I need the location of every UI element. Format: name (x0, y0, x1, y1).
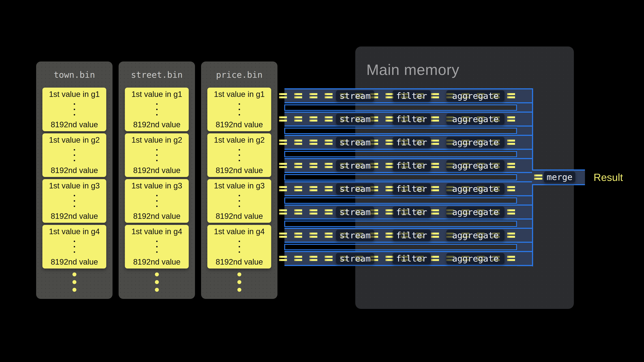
vertical-ellipsis-icon (74, 103, 75, 115)
diagram-canvas: Main memory merge Result town.bin 1st va… (0, 0, 644, 362)
pipeline-connector (284, 244, 517, 250)
vertical-ellipsis-icon (239, 195, 240, 207)
pipeline-row: stream filter aggregate (284, 135, 533, 150)
pipeline-connector (284, 104, 517, 111)
group-last-label: 8192nd value (133, 258, 180, 266)
ellipsis-dot (239, 251, 240, 253)
file-title: price.bin (201, 70, 278, 80)
op-aggregate: aggregate (446, 90, 504, 101)
group-first-label: 1st value in g4 (214, 227, 265, 236)
ellipsis-dot (239, 149, 240, 150)
ellipsis-dot (156, 246, 158, 247)
pipeline-row: stream filter aggregate (284, 251, 533, 266)
group-last-label: 8192nd value (133, 166, 180, 174)
group-first-label: 1st value in g3 (214, 182, 265, 190)
group-box: 1st value in g2 8192nd value (125, 133, 189, 177)
pipeline-connector (284, 174, 517, 181)
ellipsis-dot (156, 241, 158, 242)
ellipsis-dot (74, 114, 75, 115)
ellipsis-dot (74, 109, 75, 110)
ellipsis-dot (72, 280, 76, 284)
file-card-street: street.bin 1st value in g1 8192nd value … (118, 61, 195, 299)
vertical-ellipsis-icon (74, 195, 75, 207)
op-filter: filter (392, 160, 431, 171)
pipeline-row: stream filter aggregate (284, 158, 533, 173)
group-box: 1st value in g4 8192nd value (207, 225, 271, 269)
ellipsis-dot (239, 246, 240, 247)
ellipsis-dot (155, 288, 159, 292)
group-box: 1st value in g1 8192nd value (125, 88, 189, 131)
op-stream: stream (336, 230, 374, 241)
ellipsis-dot (72, 288, 76, 292)
ellipsis-dot (239, 109, 240, 110)
pipeline-connector (284, 197, 517, 204)
op-stream: stream (336, 183, 374, 194)
ellipsis-dot (74, 241, 75, 242)
file-card-price: price.bin 1st value in g1 8192nd value 1… (201, 61, 278, 299)
group-last-label: 8192nd value (216, 212, 263, 220)
ellipsis-dot (239, 200, 240, 202)
vertical-ellipsis-icon (156, 195, 158, 207)
group-last-label: 8192nd value (133, 120, 180, 129)
group-box: 1st value in g2 8192nd value (207, 133, 271, 177)
ellipsis-dot (156, 154, 158, 156)
pipeline-row: stream filter aggregate (284, 88, 533, 103)
op-stream: stream (336, 113, 374, 125)
group-box: 1st value in g3 8192nd value (42, 179, 106, 223)
ellipsis-dot (156, 200, 158, 202)
data-stream-icon (534, 174, 542, 176)
result-label: Result (594, 169, 623, 185)
group-last-label: 8192nd value (216, 120, 263, 129)
group-first-label: 1st value in g3 (49, 182, 100, 190)
more-groups-ellipsis-icon (36, 273, 112, 292)
ellipsis-dot (155, 273, 159, 276)
op-stream: stream (336, 253, 374, 264)
ellipsis-dot (74, 251, 75, 253)
vertical-ellipsis-icon (239, 149, 240, 161)
ellipsis-dot (74, 149, 75, 150)
ellipsis-dot (239, 195, 240, 196)
ellipsis-dot (155, 280, 159, 284)
ellipsis-dot (239, 103, 240, 105)
merge-band: merge (532, 169, 585, 185)
op-filter: filter (392, 230, 431, 241)
pipeline-connector (284, 151, 517, 157)
vertical-ellipsis-icon (156, 241, 158, 253)
group-last-label: 8192nd value (51, 258, 98, 266)
file-card-town: town.bin 1st value in g1 8192nd value 1s… (36, 61, 112, 299)
ellipsis-dot (156, 149, 158, 150)
op-filter: filter (392, 206, 431, 218)
group-first-label: 1st value in g3 (132, 182, 182, 190)
ellipsis-dot (74, 206, 75, 207)
vertical-ellipsis-icon (74, 241, 75, 253)
group-box: 1st value in g4 8192nd value (125, 225, 189, 269)
vertical-ellipsis-icon (156, 149, 158, 161)
ellipsis-dot (238, 273, 241, 276)
op-aggregate: aggregate (446, 160, 504, 171)
group-box: 1st value in g3 8192nd value (207, 179, 271, 223)
op-stream: stream (336, 137, 374, 148)
group-first-label: 1st value in g1 (214, 90, 265, 98)
op-stream: stream (336, 90, 374, 101)
group-first-label: 1st value in g4 (49, 227, 100, 236)
op-aggregate: aggregate (446, 206, 504, 218)
ellipsis-dot (156, 195, 158, 196)
group-last-label: 8192nd value (51, 166, 98, 174)
ellipsis-dot (156, 103, 158, 105)
more-groups-ellipsis-icon (201, 273, 278, 292)
group-box: 1st value in g2 8192nd value (42, 133, 106, 177)
ellipsis-dot (238, 288, 241, 292)
ellipsis-dot (239, 241, 240, 242)
ellipsis-dot (156, 251, 158, 253)
pipeline-row: stream filter aggregate (284, 112, 533, 127)
ellipsis-dot (239, 114, 240, 115)
group-last-label: 8192nd value (216, 258, 263, 266)
group-last-label: 8192nd value (51, 120, 98, 129)
group-first-label: 1st value in g1 (132, 90, 182, 98)
op-merge: merge (544, 171, 575, 183)
ellipsis-dot (156, 160, 158, 161)
op-aggregate: aggregate (446, 183, 504, 194)
data-stream-icon (534, 178, 542, 180)
ellipsis-dot (239, 154, 240, 156)
ellipsis-dot (156, 109, 158, 110)
